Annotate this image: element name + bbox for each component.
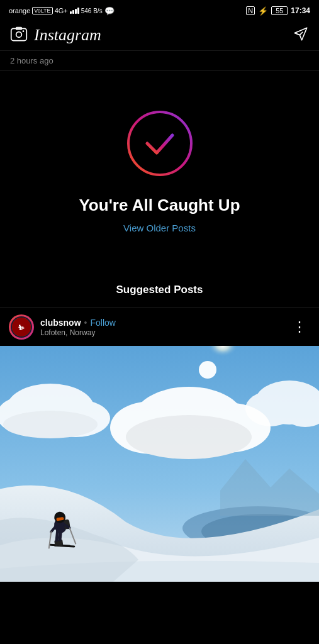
svg-line-4 bbox=[299, 32, 303, 35]
post-card: ⛷ clubsnow • Follow Lofoten, Norway ⋮ bbox=[0, 308, 319, 582]
network-gen: 4G+ bbox=[55, 7, 68, 14]
feed-timestamp: 2 hours ago bbox=[0, 51, 319, 70]
time-display: 17:34 bbox=[291, 6, 310, 15]
post-location: Lofoten, Norway bbox=[40, 328, 116, 337]
post-header: ⛷ clubsnow • Follow Lofoten, Norway ⋮ bbox=[0, 308, 319, 346]
carrier-label: orange bbox=[9, 7, 30, 14]
status-right: N ⚡ 55 17:34 bbox=[246, 6, 310, 16]
svg-point-10 bbox=[199, 361, 216, 379]
bluetooth-icon: ⚡ bbox=[258, 6, 268, 16]
svg-point-5 bbox=[128, 112, 191, 175]
status-left: orange VoLTE 4G+ 546 B/s 💬 bbox=[9, 6, 115, 16]
three-dots-icon: ⋮ bbox=[293, 319, 308, 335]
post-username-row: clubsnow • Follow bbox=[40, 318, 116, 328]
send-icon[interactable] bbox=[293, 26, 309, 45]
post-more-button[interactable]: ⋮ bbox=[290, 319, 310, 335]
avatar-logo: ⛷ bbox=[12, 318, 31, 336]
svg-point-1 bbox=[16, 32, 22, 38]
svg-point-18 bbox=[3, 411, 98, 438]
follow-button[interactable]: Follow bbox=[90, 318, 115, 328]
app-header: Instagram bbox=[0, 20, 319, 51]
app-title: Instagram bbox=[34, 26, 101, 45]
status-bar: orange VoLTE 4G+ 546 B/s 💬 N ⚡ 55 17:34 bbox=[0, 0, 319, 20]
follow-separator: • bbox=[84, 318, 87, 328]
nfc-icon: N bbox=[246, 6, 255, 15]
suggested-posts-title: Suggested Posts bbox=[116, 284, 203, 296]
messenger-icon: 💬 bbox=[104, 6, 115, 16]
svg-rect-0 bbox=[11, 28, 27, 40]
ig-logo-group: Instagram bbox=[10, 25, 101, 45]
caught-up-section: You're All Caught Up View Older Posts bbox=[0, 71, 319, 265]
post-user-details: clubsnow • Follow Lofoten, Norway bbox=[40, 318, 116, 337]
network-type: VoLTE bbox=[32, 7, 52, 14]
post-image bbox=[0, 346, 319, 582]
suggested-posts-header: Suggested Posts bbox=[0, 265, 319, 308]
svg-point-14 bbox=[126, 415, 252, 459]
post-username[interactable]: clubsnow bbox=[40, 318, 81, 328]
data-speed: 546 B/s bbox=[81, 8, 103, 14]
svg-text:⛷: ⛷ bbox=[18, 324, 25, 331]
avatar-inner: ⛷ bbox=[11, 316, 32, 338]
avatar[interactable]: ⛷ bbox=[9, 314, 34, 340]
svg-point-3 bbox=[23, 30, 25, 32]
battery-label: 55 bbox=[271, 6, 288, 15]
check-circle bbox=[125, 109, 194, 178]
caught-up-title: You're All Caught Up bbox=[79, 196, 240, 215]
post-user-info: ⛷ clubsnow • Follow Lofoten, Norway bbox=[9, 314, 116, 340]
camera-icon[interactable] bbox=[10, 25, 28, 45]
view-older-posts-link[interactable]: View Older Posts bbox=[123, 223, 196, 233]
signal-bars-icon bbox=[70, 8, 79, 14]
